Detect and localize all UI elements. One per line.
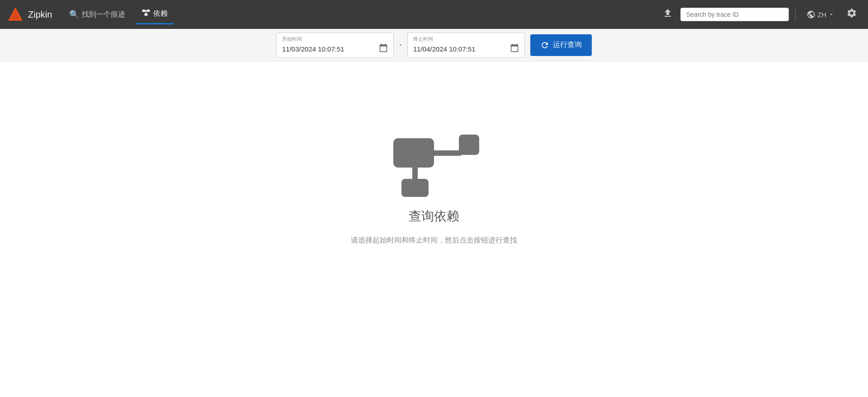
dependency-empty-icon <box>389 125 479 197</box>
toolbar: 开始时间 11/03/2024 10:07:51 - 终止时间 11/04/20… <box>0 29 868 61</box>
svg-rect-9 <box>459 135 479 155</box>
start-date-field[interactable]: 开始时间 11/03/2024 10:07:51 <box>276 33 394 58</box>
date-separator: - <box>399 40 402 50</box>
end-date-value: 11/04/2024 10:07:51 <box>413 45 476 53</box>
refresh-icon <box>540 41 549 50</box>
start-date-value: 11/03/2024 10:07:51 <box>282 45 344 53</box>
navbar: Zipkin 🔍 找到一个痕迹 依赖 ZH <box>0 0 868 29</box>
zipkin-logo-icon <box>7 6 24 23</box>
chevron-down-icon <box>828 11 835 18</box>
nav-find-trace[interactable]: 🔍 找到一个痕迹 <box>63 6 132 23</box>
search-trace-input[interactable] <box>680 8 789 21</box>
svg-rect-2 <box>142 9 146 12</box>
nav-find-trace-label: 找到一个痕迹 <box>82 10 125 19</box>
svg-rect-8 <box>434 150 461 156</box>
navbar-divider <box>795 7 796 22</box>
start-calendar-icon[interactable] <box>379 43 388 55</box>
empty-state-title: 查询依赖 <box>409 208 459 225</box>
end-calendar-icon[interactable] <box>510 43 519 55</box>
search-nav-icon: 🔍 <box>69 9 79 19</box>
main-content: 查询依赖 请选择起始时间和终止时间，然后点击按钮进行查找 <box>0 61 868 245</box>
brand: Zipkin <box>7 6 52 23</box>
end-date-field[interactable]: 终止时间 11/04/2024 10:07:51 <box>407 33 525 58</box>
settings-button[interactable] <box>843 4 861 25</box>
language-button[interactable]: ZH <box>802 6 839 23</box>
run-query-label: 运行查询 <box>553 40 582 50</box>
nav-dependencies[interactable]: 依赖 <box>135 5 174 24</box>
svg-rect-11 <box>401 179 429 197</box>
nav-dependencies-label: 依赖 <box>153 9 168 19</box>
empty-state-description: 请选择起始时间和终止时间，然后点击按钮进行查找 <box>351 236 517 245</box>
run-query-button[interactable]: 运行查询 <box>530 34 592 56</box>
start-date-label: 开始时间 <box>282 36 388 42</box>
end-date-label: 终止时间 <box>413 36 519 42</box>
lang-label: ZH <box>817 11 826 19</box>
upload-button[interactable] <box>659 4 677 25</box>
svg-rect-3 <box>147 9 150 12</box>
brand-name: Zipkin <box>28 9 52 20</box>
svg-rect-4 <box>145 14 148 16</box>
svg-rect-7 <box>393 138 434 168</box>
dep-nav-icon <box>142 8 151 19</box>
